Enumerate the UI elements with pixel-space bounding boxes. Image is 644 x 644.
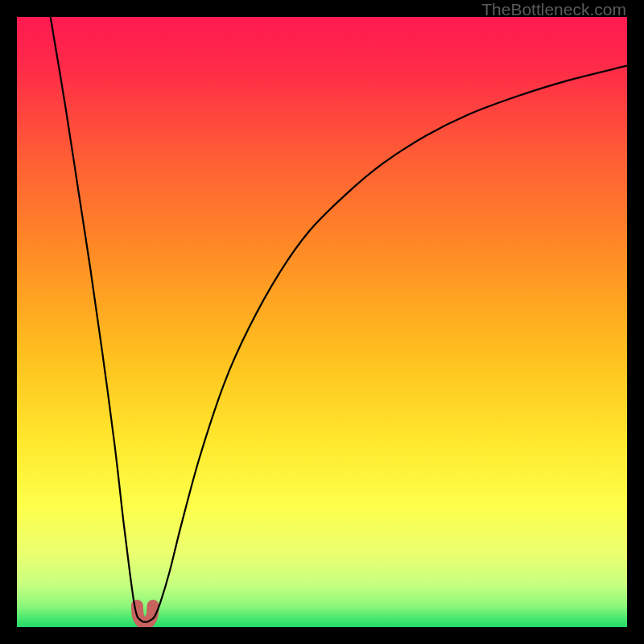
curve-right-branch	[151, 66, 627, 620]
plot-area	[17, 17, 627, 627]
watermark-text: TheBottleneck.com	[481, 0, 626, 19]
curve-layer	[17, 17, 627, 627]
chart-frame: TheBottleneck.com	[0, 0, 644, 644]
curve-left-branch	[51, 17, 140, 620]
